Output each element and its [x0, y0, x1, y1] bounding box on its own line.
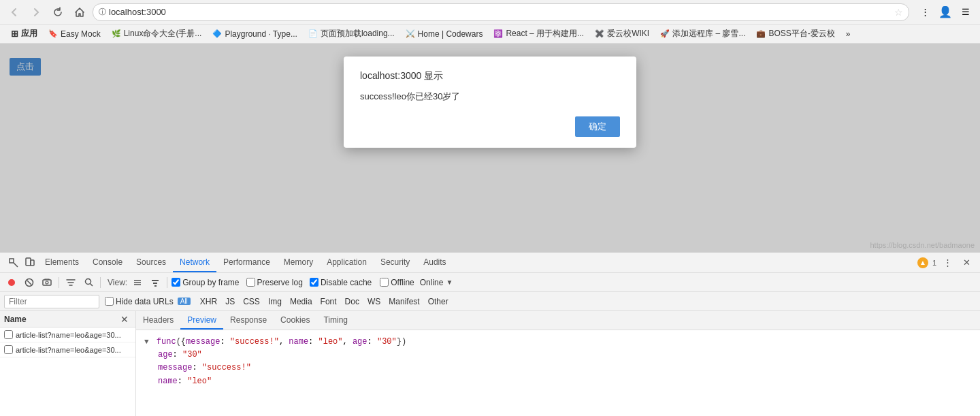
bookmark-apps[interactable]: ⊞ 应用 — [5, 25, 43, 43]
throttle-select[interactable]: Online ▼ — [420, 278, 453, 287]
tab-security[interactable]: Security — [374, 253, 416, 272]
tab-console[interactable]: Console — [86, 253, 129, 272]
filter-type-css[interactable]: CSS — [239, 294, 264, 309]
inspect-element-button[interactable] — [5, 255, 22, 271]
disable-cache-checkbox[interactable]: Disable cache — [310, 278, 372, 287]
svg-rect-2 — [26, 258, 31, 266]
preserve-log-input[interactable] — [246, 278, 255, 287]
bookmark-wiki[interactable]: ✖️ 爱云校WIKI — [589, 25, 655, 43]
json-age-value: "30" — [182, 350, 202, 359]
tab-sources[interactable]: Sources — [129, 253, 173, 272]
filter-button[interactable] — [63, 275, 78, 290]
search-button[interactable] — [81, 275, 96, 290]
tab-application[interactable]: Application — [320, 253, 374, 272]
request-2-checkbox[interactable] — [4, 345, 13, 354]
bookmark-star-icon[interactable]: ☆ — [894, 7, 903, 18]
filter-type-other[interactable]: Other — [424, 294, 453, 309]
address-input[interactable] — [109, 7, 889, 17]
toolbar-separator-3 — [167, 277, 167, 288]
filter-type-ws[interactable]: WS — [363, 294, 385, 309]
filter-type-xhr[interactable]: XHR — [196, 294, 221, 309]
menu-button[interactable]: ☰ — [957, 3, 975, 21]
record-button[interactable] — [4, 275, 19, 290]
detail-tab-preview[interactable]: Preview — [180, 311, 223, 330]
disable-cache-label: Disable cache — [321, 278, 372, 287]
bookmark-loading[interactable]: 📄 页面预加载loading... — [303, 25, 400, 43]
group-by-frame-checkbox[interactable]: Group by frame — [172, 278, 239, 287]
filter-type-img[interactable]: Img — [264, 294, 286, 309]
detail-tab-response[interactable]: Response — [223, 311, 274, 330]
filter-type-js[interactable]: JS — [221, 294, 239, 309]
wiki-label: 爱云校WIKI — [607, 28, 649, 39]
forward-button[interactable] — [27, 3, 45, 21]
dialog-ok-button[interactable]: 确定 — [575, 116, 620, 137]
tab-network[interactable]: Network — [173, 253, 216, 272]
dialog-box: localhost:3000 显示 success!leo你已经30岁了 确定 — [344, 57, 636, 148]
detail-tab-timing[interactable]: Timing — [316, 311, 355, 330]
hide-data-urls-input[interactable] — [105, 297, 114, 306]
back-button[interactable] — [5, 3, 23, 21]
reload-button[interactable] — [49, 3, 67, 21]
filter-input[interactable] — [4, 295, 99, 308]
view-list-button[interactable] — [130, 275, 145, 290]
clear-button[interactable] — [22, 275, 37, 290]
devtools-more-button[interactable]: ⋮ — [939, 255, 956, 271]
offline-select[interactable]: Offline — [380, 278, 414, 287]
disable-cache-input[interactable] — [310, 278, 318, 287]
tab-audits[interactable]: Audits — [416, 253, 453, 272]
json-message-value: "success!" — [202, 363, 251, 372]
bookmark-react[interactable]: ⚛️ React – 用于构建用... — [488, 25, 589, 43]
bookmark-linux[interactable]: 🌿 Linux命令大全(手册... — [106, 25, 208, 43]
bookmark-easy-mock[interactable]: 🔖 Easy Mock — [43, 25, 106, 43]
svg-line-6 — [27, 281, 31, 285]
bookmark-remote[interactable]: 🚀 添加远程库 – 廖雪... — [655, 25, 751, 43]
loading-label: 页面预加载loading... — [321, 28, 395, 39]
group-by-frame-input[interactable] — [172, 278, 180, 287]
json-root-line: ▼ func({message: "success!", name: "leo"… — [144, 336, 972, 349]
offline-input[interactable] — [380, 278, 389, 287]
filter-type-doc[interactable]: Doc — [341, 294, 363, 309]
warning-number: 1 — [932, 259, 936, 267]
all-badge[interactable]: All — [178, 298, 191, 305]
more-label: » — [846, 29, 851, 39]
hide-data-urls-label: Hide data URLs — [116, 297, 174, 306]
lock-icon: ⓘ — [99, 7, 106, 17]
svg-line-10 — [90, 284, 93, 287]
detail-tab-headers[interactable]: Headers — [136, 311, 180, 330]
request-item-1[interactable]: article-list?name=leo&age=30... — [0, 327, 135, 342]
svg-rect-14 — [152, 280, 159, 281]
extensions-button[interactable]: ⋮ — [916, 3, 934, 21]
hide-data-urls-checkbox[interactable]: Hide data URLs — [105, 297, 174, 306]
bookmark-more[interactable]: » — [840, 25, 856, 43]
filter-type-media[interactable]: Media — [286, 294, 316, 309]
home-button[interactable] — [71, 3, 88, 21]
filter-bar: Hide data URLs All XHR JS CSS Img Media … — [0, 292, 980, 311]
view-waterfall-button[interactable] — [148, 275, 163, 290]
capture-screenshots-button[interactable] — [39, 275, 54, 290]
json-expand-toggle[interactable]: ▼ — [144, 338, 149, 346]
preserve-log-checkbox[interactable]: Preserve log — [246, 278, 303, 287]
bookmark-boss[interactable]: 💼 BOSS平台-爱云校 — [751, 25, 840, 43]
detail-tab-cookies[interactable]: Cookies — [274, 311, 316, 330]
request-1-checkbox[interactable] — [4, 330, 13, 339]
bookmark-playground[interactable]: 🔷 Playground · Type... — [207, 25, 303, 43]
dialog-title: localhost:3000 显示 — [360, 70, 620, 82]
linux-label: Linux命令大全(手册... — [124, 28, 202, 39]
json-func-label: func — [157, 337, 176, 347]
tab-performance[interactable]: Performance — [216, 253, 277, 272]
bookmark-codewars[interactable]: ⚔️ Home | Codewars — [400, 25, 489, 43]
filter-type-font[interactable]: Font — [316, 294, 341, 309]
tab-elements[interactable]: Elements — [38, 253, 86, 272]
device-toolbar-button[interactable] — [22, 255, 38, 271]
devtools-close-button[interactable]: ✕ — [958, 255, 975, 271]
detail-panel: Headers Preview Response Cookies Timing … — [136, 311, 980, 416]
svg-point-9 — [85, 279, 91, 285]
tab-memory[interactable]: Memory — [277, 253, 320, 272]
offline-checkbox[interactable]: Offline — [380, 278, 414, 287]
close-detail-button[interactable]: ✕ — [118, 314, 131, 325]
profile-button[interactable]: 👤 — [936, 3, 954, 21]
address-bar[interactable]: ⓘ ☆ — [93, 3, 909, 21]
request-item-2[interactable]: article-list?name=leo&age=30... — [0, 342, 135, 357]
filter-type-manifest[interactable]: Manifest — [385, 294, 423, 309]
remote-label: 添加远程库 – 廖雪... — [672, 28, 745, 39]
